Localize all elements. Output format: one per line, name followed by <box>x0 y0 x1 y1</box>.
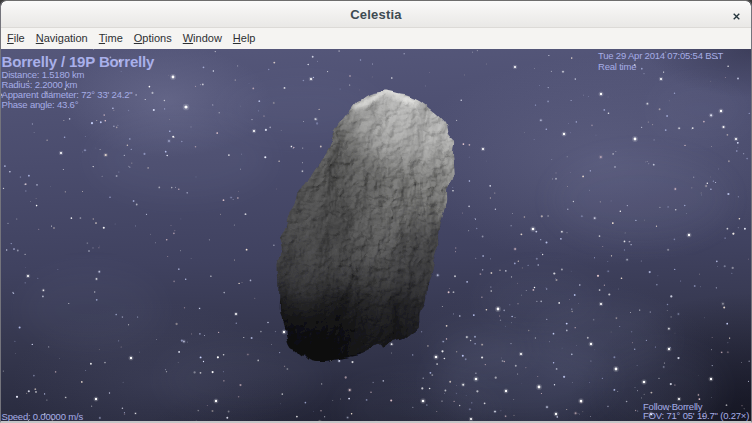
comet-nucleus[interactable] <box>226 74 481 409</box>
selection-detail: Phase angle: 43.6° <box>2 100 155 110</box>
hud-time: Tue 29 Apr 2014 07:05:54 BST Real time <box>598 50 723 72</box>
close-button[interactable] <box>728 8 744 24</box>
close-icon <box>733 13 740 20</box>
menu-window[interactable]: Window <box>177 30 227 47</box>
selection-details: Distance: 1.5180 kmRadius: 2.2000 kmAppa… <box>2 70 155 110</box>
menu-options[interactable]: Options <box>128 30 177 47</box>
space-viewport[interactable]: Borrelly / 19P Borrelly Distance: 1.5180… <box>1 49 751 422</box>
hud-speed: Speed: 0.00000 m/s <box>2 411 83 422</box>
celestia-window: Celestia FileNavigationTimeOptionsWindow… <box>0 0 752 423</box>
hud-bottom-right: Follow Borrelly FOV: 71° 05' 19.7" (0.27… <box>643 402 749 420</box>
menu-help[interactable]: Help <box>227 30 261 47</box>
hud-datetime: Tue 29 Apr 2014 07:05:54 BST <box>598 50 723 61</box>
menubar: FileNavigationTimeOptionsWindowHelp <box>1 28 751 49</box>
selection-title: Borrelly / 19P Borrelly <box>2 54 155 70</box>
menu-file[interactable]: File <box>2 30 31 47</box>
menu-time[interactable]: Time <box>93 30 128 47</box>
menu-navigation[interactable]: Navigation <box>30 30 93 47</box>
hud-fov: FOV: 71° 05' 19.7" (0.27×) <box>643 411 749 420</box>
titlebar[interactable]: Celestia <box>1 1 751 28</box>
hud-time-mode: Real time <box>598 61 723 72</box>
window-title: Celestia <box>1 7 751 22</box>
hud-selection-info: Borrelly / 19P Borrelly Distance: 1.5180… <box>2 54 155 110</box>
